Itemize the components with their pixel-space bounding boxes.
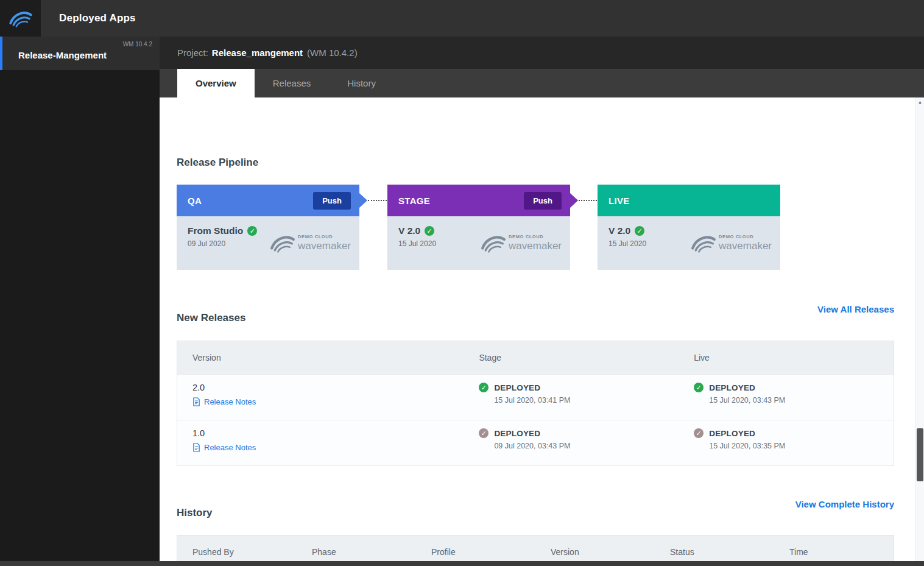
status-text: DEPLOYED [709, 429, 755, 438]
wavemaker-wave-icon [481, 233, 506, 253]
check-circle-icon [635, 226, 644, 236]
project-version-badge: WM 10.4.2 [123, 41, 152, 48]
live-card-header: LIVE [598, 185, 780, 216]
tab-bar: Overview Releases History [160, 69, 924, 97]
qa-card-header: QA Push [177, 185, 359, 216]
status-text: DEPLOYED [494, 383, 540, 392]
overview-content: Release Pipeline QA Push From Studio 09 … [160, 97, 915, 566]
logo-line2: wavemaker [719, 240, 772, 252]
view-complete-history-link[interactable]: View Complete History [795, 499, 894, 509]
live-stage-name: LIVE [608, 196, 630, 206]
app-title: Deployed Apps [59, 12, 136, 24]
sidebar-item-label: Release-Mangement [18, 50, 107, 60]
release-notes-link[interactable]: Release Notes [192, 397, 256, 406]
vertical-scrollbar[interactable]: ▲ [915, 97, 924, 566]
document-icon [192, 397, 200, 406]
demo-cloud-logo: DEMO CLOUD wavemaker [270, 233, 351, 253]
pipeline-card-qa: QA Push From Studio 09 Jul 2020 [177, 185, 359, 270]
top-bar: Deployed Apps [0, 0, 924, 37]
column-header-pushed-by: Pushed By [177, 547, 297, 557]
table-row: 1.0 Release Notes DEPLOYED [177, 420, 894, 465]
tab-overview[interactable]: Overview [177, 69, 255, 97]
stage-version: V 2.0 [398, 225, 420, 236]
column-header-stage: Stage [464, 353, 679, 363]
status-text: DEPLOYED [494, 429, 540, 438]
tab-history[interactable]: History [329, 69, 394, 97]
horizontal-scrollbar[interactable] [0, 561, 924, 566]
document-icon [192, 443, 200, 452]
status-time: 15 Jul 2020, 03:43 PM [709, 396, 894, 405]
column-header-phase: Phase [297, 547, 416, 557]
column-header-time: Time [774, 547, 894, 557]
live-card-body: V 2.0 15 Jul 2020 DEM [598, 216, 780, 270]
column-header-version: Version [177, 353, 464, 363]
scrollbar-thumb[interactable] [917, 428, 923, 481]
release-notes-label: Release Notes [204, 397, 256, 406]
stage-status-cell: DEPLOYED 09 Jul 2020, 03:43 PM [464, 420, 679, 465]
tab-releases[interactable]: Releases [255, 69, 330, 97]
scroll-up-icon[interactable]: ▲ [916, 97, 924, 107]
project-header: Project: Release_mangement (WM 10.4.2) [160, 37, 924, 69]
check-circle-icon [247, 226, 257, 236]
status-row: DEPLOYED [479, 428, 679, 438]
status-time: 15 Jul 2020, 03:41 PM [494, 396, 679, 405]
wavemaker-wave-icon [691, 233, 716, 253]
pipeline-card-live: LIVE V 2.0 15 Jul 2020 [598, 185, 780, 270]
stage-push-button[interactable]: Push [524, 192, 562, 210]
demo-cloud-logo-text: DEMO CLOUD wavemaker [509, 234, 562, 252]
stage-stage-name: STAGE [398, 196, 430, 206]
new-releases-table: Version Stage Live 2.0 Release Notes [177, 341, 894, 466]
main-area: Project: Release_mangement (WM 10.4.2) O… [160, 37, 924, 566]
version-number: 2.0 [192, 383, 464, 392]
status-row: DEPLOYED [694, 428, 894, 438]
history-heading: History [177, 507, 213, 519]
column-header-profile: Profile [416, 547, 535, 557]
logo-line2: wavemaker [509, 240, 562, 252]
status-text: DEPLOYED [709, 383, 755, 392]
sidebar-item-release-mangement[interactable]: WM 10.4.2 Release-Mangement [0, 37, 160, 70]
sidebar: WM 10.4.2 Release-Mangement [0, 37, 160, 566]
status-time: 15 Jul 2020, 03:35 PM [709, 442, 894, 450]
project-label: Project: [177, 48, 208, 58]
wavemaker-logo-icon [9, 9, 32, 28]
app-root: Deployed Apps WM 10.4.2 Release-Mangemen… [0, 0, 924, 566]
logo-line1: DEMO CLOUD [509, 234, 562, 239]
qa-version: From Studio [188, 225, 243, 236]
demo-cloud-logo-text: DEMO CLOUD wavemaker [298, 234, 351, 252]
live-status-cell: DEPLOYED 15 Jul 2020, 03:43 PM [679, 375, 894, 420]
status-row: DEPLOYED [479, 383, 679, 392]
release-notes-link[interactable]: Release Notes [192, 443, 256, 452]
live-version: V 2.0 [608, 225, 630, 236]
project-version: (WM 10.4.2) [307, 48, 358, 58]
pipeline-card-stage: STAGE Push V 2.0 15 Jul 2020 [387, 185, 570, 270]
check-circle-icon [694, 428, 704, 438]
logo-line2: wavemaker [298, 240, 351, 252]
check-circle-icon [694, 383, 704, 392]
version-cell: 1.0 Release Notes [177, 420, 464, 465]
stage-card-body: V 2.0 15 Jul 2020 DEM [387, 216, 570, 270]
pipeline-connector-stage-live [579, 200, 597, 201]
view-all-releases-link[interactable]: View All Releases [817, 304, 894, 314]
release-notes-label: Release Notes [204, 443, 256, 452]
check-circle-icon [425, 226, 434, 236]
column-header-version: Version [535, 547, 655, 557]
version-cell: 2.0 Release Notes [177, 375, 464, 420]
wavemaker-wave-icon [270, 233, 295, 253]
new-releases-table-header: Version Stage Live [177, 341, 894, 374]
wavemaker-home-button[interactable] [0, 0, 41, 37]
demo-cloud-logo: DEMO CLOUD wavemaker [481, 233, 562, 253]
stage-card-header: STAGE Push [387, 185, 570, 216]
qa-card-body: From Studio 09 Jul 2020 [177, 216, 359, 270]
qa-push-button[interactable]: Push [313, 192, 351, 210]
column-header-live: Live [679, 353, 894, 363]
check-circle-icon [479, 383, 488, 392]
project-name: Release_mangement [212, 48, 303, 58]
logo-line1: DEMO CLOUD [719, 234, 772, 239]
status-row: DEPLOYED [694, 383, 894, 392]
column-header-status: Status [655, 547, 774, 557]
new-releases-heading: New Releases [177, 312, 245, 324]
pipeline-connector-qa-stage [368, 200, 387, 201]
status-time: 09 Jul 2020, 03:43 PM [494, 442, 679, 450]
live-status-cell: DEPLOYED 15 Jul 2020, 03:35 PM [679, 420, 894, 465]
release-pipeline-heading: Release Pipeline [177, 157, 258, 169]
